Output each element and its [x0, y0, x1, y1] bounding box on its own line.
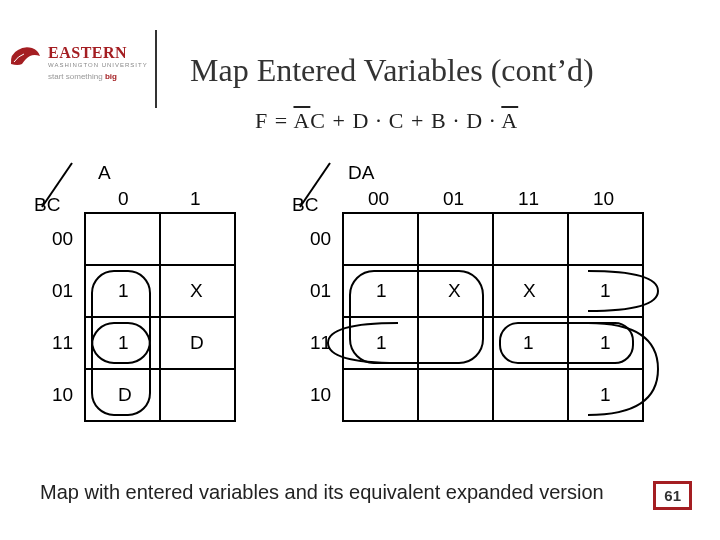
boolean-equation: F = AC + D · C + B · D · A: [255, 108, 518, 134]
svg-rect-48: [500, 323, 633, 363]
svg-text:11: 11: [518, 188, 539, 209]
svg-text:01: 01: [443, 188, 464, 209]
svg-text:1: 1: [376, 280, 387, 301]
svg-text:1: 1: [118, 280, 129, 301]
svg-text:1: 1: [600, 280, 611, 301]
svg-text:1: 1: [118, 332, 129, 353]
svg-text:10: 10: [310, 384, 331, 405]
svg-text:01: 01: [310, 280, 331, 301]
slide-title: Map Entered Variables (cont’d): [190, 52, 594, 89]
svg-text:D: D: [190, 332, 204, 353]
svg-text:BC: BC: [34, 194, 60, 215]
svg-text:00: 00: [52, 228, 73, 249]
svg-text:1: 1: [600, 332, 611, 353]
logo-tagline: start something big: [48, 72, 148, 81]
svg-text:BC: BC: [292, 194, 318, 215]
svg-text:10: 10: [52, 384, 73, 405]
svg-text:D: D: [118, 384, 132, 405]
logo-name: EASTERN: [48, 44, 148, 62]
svg-text:00: 00: [310, 228, 331, 249]
svg-text:1: 1: [600, 384, 611, 405]
slide-caption: Map with entered variables and its equiv…: [40, 481, 604, 504]
svg-text:00: 00: [368, 188, 389, 209]
svg-text:1: 1: [523, 332, 534, 353]
kmap-expanded: DA BC 00 01 11 10 00 01 11 10 1 X X 1 1 …: [288, 155, 663, 449]
kmap-entered-variable: A BC 0 1 00 01 11 10 1 X 1 D D: [30, 155, 255, 449]
svg-text:1: 1: [190, 188, 201, 209]
svg-text:X: X: [190, 280, 203, 301]
university-logo: EASTERN WASHINGTON UNIVERSITY start some…: [8, 42, 148, 81]
logo-sub: WASHINGTON UNIVERSITY: [48, 62, 148, 68]
page-number: 61: [653, 481, 692, 510]
svg-text:X: X: [523, 280, 536, 301]
svg-text:01: 01: [52, 280, 73, 301]
svg-text:11: 11: [52, 332, 73, 353]
svg-text:X: X: [448, 280, 461, 301]
divider: [155, 30, 157, 108]
svg-text:10: 10: [593, 188, 614, 209]
svg-text:0: 0: [118, 188, 129, 209]
svg-text:1: 1: [376, 332, 387, 353]
eagle-icon: [8, 42, 42, 70]
svg-text:DA: DA: [348, 162, 375, 183]
svg-text:A: A: [98, 162, 111, 183]
